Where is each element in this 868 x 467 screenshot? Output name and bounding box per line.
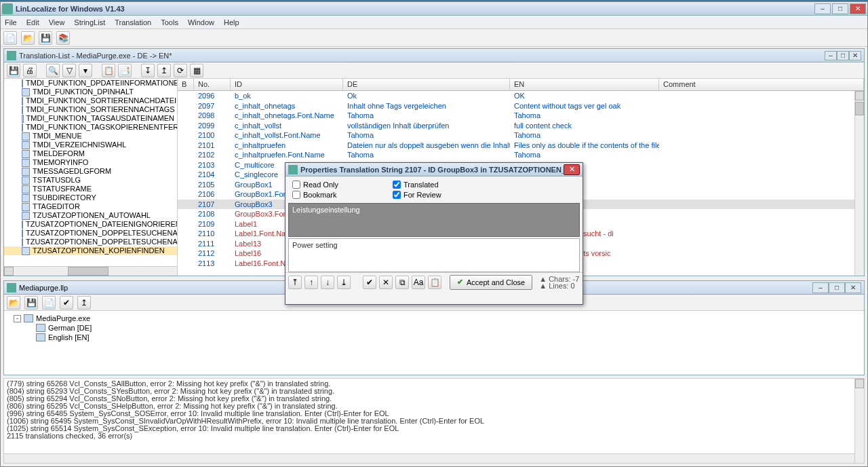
tree-item[interactable]: TMDI_FUNKTION_TAGSAUSDATEINAMEN bbox=[4, 114, 177, 123]
table-row[interactable]: 2096b_okOkOK bbox=[178, 91, 854, 101]
review-checkbox[interactable]: For Review bbox=[393, 191, 441, 199]
scroll-up-icon[interactable] bbox=[855, 379, 864, 388]
tree-item[interactable]: TMESSAGEDLGFORM bbox=[4, 167, 177, 176]
refresh-icon[interactable]: ⟳ bbox=[174, 64, 187, 77]
filter2-icon[interactable]: ▾ bbox=[79, 64, 92, 77]
tree-item[interactable]: TZUSATZOPTIONEN_DOPPELTESUCHENAFP bbox=[4, 238, 177, 246]
maximize-button[interactable]: □ bbox=[832, 3, 848, 14]
save-icon[interactable]: 💾 bbox=[39, 31, 52, 45]
tree-item[interactable]: TMEMORYINFO bbox=[4, 158, 177, 167]
find-icon[interactable]: 🔍 bbox=[46, 64, 60, 77]
accept-close-button[interactable]: ✔ Accept and Close bbox=[450, 275, 532, 290]
menu-tools[interactable]: Tools bbox=[161, 18, 178, 26]
check-icon[interactable]: ✔ bbox=[60, 296, 73, 310]
tree-item[interactable]: TZUSATZOPTIONEN_KOPIENFINDEN bbox=[4, 246, 177, 255]
table-row[interactable]: 2099c_inhalt_vollstvollständigen Inhalt … bbox=[178, 121, 854, 131]
table-row[interactable]: 2097c_inhalt_ohnetagsInhalt ohne Tags ve… bbox=[178, 101, 854, 111]
tree-item[interactable]: TMDI_FUNKTION_TAGSKOPIERENENTFERNEN bbox=[4, 123, 177, 132]
import-icon[interactable]: ↧ bbox=[141, 64, 155, 77]
books-icon[interactable]: 📚 bbox=[56, 31, 70, 45]
accept-icon[interactable]: ✔ bbox=[363, 276, 376, 289]
menu-view[interactable]: View bbox=[49, 18, 65, 26]
menu-window[interactable]: Window bbox=[188, 18, 214, 26]
filter-icon[interactable]: ▽ bbox=[62, 64, 76, 77]
pane-close-button[interactable]: ✕ bbox=[849, 51, 861, 60]
scroll-up-icon[interactable] bbox=[855, 91, 864, 100]
minimize-button[interactable]: – bbox=[814, 3, 831, 14]
menu-file[interactable]: File bbox=[5, 18, 17, 26]
table-row[interactable]: 2101c_inhaltpruefenDateien nur als doppe… bbox=[178, 141, 854, 151]
project-node[interactable]: -MediaPurge.exe bbox=[7, 314, 861, 323]
col-de[interactable]: DE bbox=[343, 79, 510, 90]
export-icon[interactable]: ↥ bbox=[77, 296, 91, 310]
scroll-thumb[interactable] bbox=[68, 267, 108, 276]
expand-icon[interactable]: - bbox=[14, 315, 21, 322]
list-icon[interactable]: 📑 bbox=[118, 64, 132, 77]
tree-item[interactable]: TZUSATZOPTIONEN_DOPPELTESUCHENAEHNLICHER bbox=[4, 229, 177, 238]
pane-minimize-button[interactable]: – bbox=[812, 282, 829, 293]
menu-stringlist[interactable]: StringList bbox=[74, 18, 105, 26]
menu-help[interactable]: Help bbox=[224, 18, 239, 26]
tree-item[interactable]: TSTATUSDLG bbox=[4, 176, 177, 185]
pane-maximize-button[interactable]: □ bbox=[837, 51, 849, 60]
translated-checkbox[interactable]: Translated bbox=[393, 181, 441, 189]
case-icon[interactable]: Aa bbox=[412, 276, 425, 289]
table-row[interactable]: 2098c_inhalt_ohnetags.Font.NameTahomaTah… bbox=[178, 111, 854, 121]
tree-item[interactable]: TMDI_FUNKTION_DPDATEIINFORMATIONEN bbox=[4, 79, 177, 88]
project-tree[interactable]: -MediaPurge.exeGerman [DE]English [EN] bbox=[4, 311, 864, 345]
menu-edit[interactable]: Edit bbox=[26, 18, 39, 26]
readonly-checkbox[interactable]: Read Only bbox=[292, 181, 338, 189]
reject-icon[interactable]: ✕ bbox=[379, 276, 393, 289]
tree-item[interactable]: TSUBDIRECTORY bbox=[4, 193, 177, 202]
menu-translation[interactable]: Translation bbox=[115, 18, 151, 26]
bookmark-checkbox[interactable]: Bookmark bbox=[292, 191, 338, 199]
tree-item[interactable]: TSTATUSFRAME bbox=[4, 185, 177, 193]
dialog-close-button[interactable]: ✕ bbox=[564, 164, 580, 175]
export-icon[interactable]: ↥ bbox=[157, 64, 171, 77]
pane-maximize-button[interactable]: □ bbox=[829, 282, 845, 293]
open-icon[interactable]: 📂 bbox=[21, 31, 35, 45]
tree-item[interactable]: TMDI_MENUE bbox=[4, 132, 177, 141]
last-icon[interactable]: ⤓ bbox=[337, 276, 351, 289]
close-button[interactable]: ✕ bbox=[850, 3, 866, 14]
save-icon[interactable]: 💾 bbox=[7, 64, 20, 77]
tree-item[interactable]: TMDI_VERZEICHNISWAHL bbox=[4, 141, 177, 149]
prev-icon[interactable]: ↑ bbox=[304, 276, 318, 289]
col-no[interactable]: No. bbox=[194, 79, 231, 90]
log-hscroll[interactable] bbox=[4, 453, 854, 463]
new-icon[interactable]: 📄 bbox=[3, 31, 17, 45]
tree-item[interactable]: TMDI_FUNKTION_DPINHALT bbox=[4, 88, 177, 96]
scroll-thumb[interactable] bbox=[855, 102, 864, 115]
table-row[interactable]: 2102c_inhaltpruefen.Font.NameTahomaTahom… bbox=[178, 150, 854, 160]
tree-item[interactable]: TMDI_FUNKTION_SORTIERENNACHTAGS bbox=[4, 105, 177, 114]
log-vscroll[interactable] bbox=[854, 379, 864, 463]
link-icon[interactable]: ⧉ bbox=[395, 276, 409, 289]
tree-item[interactable]: TMELDEFORM bbox=[4, 149, 177, 158]
paste-icon[interactable]: 📋 bbox=[428, 276, 441, 289]
pane-close-button[interactable]: ✕ bbox=[845, 282, 861, 293]
col-en[interactable]: EN bbox=[510, 79, 659, 90]
col-b[interactable]: B bbox=[178, 79, 194, 90]
print-icon[interactable]: 🖨 bbox=[23, 64, 37, 77]
next-icon[interactable]: ↓ bbox=[321, 276, 334, 289]
tree-item[interactable]: TZUSATZOPTIONEN_AUTOWAHL bbox=[4, 211, 177, 220]
project-node[interactable]: English [EN] bbox=[7, 333, 861, 342]
col-id[interactable]: ID bbox=[231, 79, 343, 90]
tree-item[interactable]: TZUSATZOPTIONEN_DATEIENIGNORIEREN bbox=[4, 220, 177, 229]
table-row[interactable]: 2100c_inhalt_vollst.Font.NameTahomaTahom… bbox=[178, 130, 854, 141]
tree-item[interactable]: TMDI_FUNKTION_SORTIERENNACHDATEINAMEN bbox=[4, 96, 177, 105]
first-icon[interactable]: ⤒ bbox=[288, 276, 302, 289]
form-tree[interactable]: TMDI_FUNKTION_DPDATEIINFORMATIONENTMDI_F… bbox=[4, 79, 178, 276]
project-node[interactable]: German [DE] bbox=[7, 323, 861, 333]
save-icon[interactable]: 💾 bbox=[24, 296, 38, 310]
scroll-left-icon[interactable] bbox=[4, 267, 14, 276]
doc-icon[interactable]: 📄 bbox=[42, 296, 56, 310]
copy-icon[interactable]: 📋 bbox=[102, 64, 115, 77]
grid-vscroll[interactable] bbox=[854, 91, 864, 276]
grid-icon[interactable]: ▦ bbox=[190, 64, 203, 77]
tree-hscroll[interactable] bbox=[4, 266, 177, 276]
tree-item[interactable]: TTAGEDITOR bbox=[4, 202, 177, 211]
open-icon[interactable]: 📂 bbox=[7, 296, 20, 310]
pane-minimize-button[interactable]: – bbox=[825, 51, 837, 60]
col-comment[interactable]: Comment bbox=[659, 79, 864, 90]
